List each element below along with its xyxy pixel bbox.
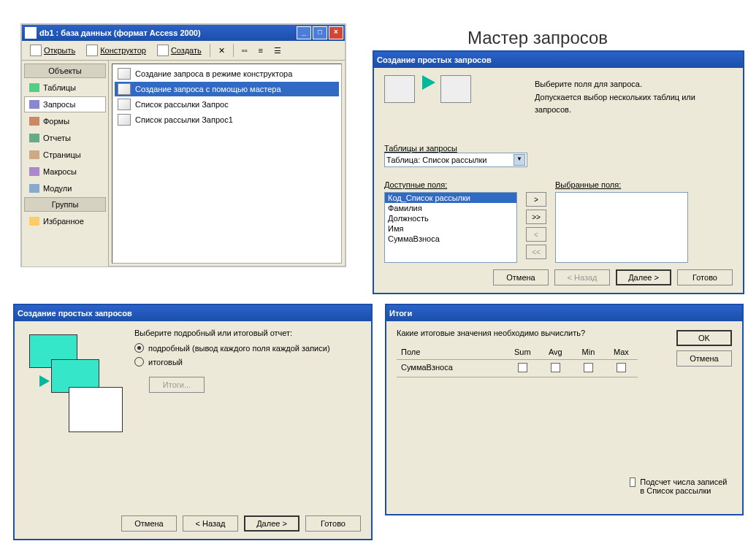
window-title: db1 : база данных (формат Access 2000) — [39, 28, 297, 37]
create-button[interactable]: Создать — [152, 42, 207, 58]
list-item[interactable]: Код_Список рассылки — [385, 193, 516, 203]
available-fields-list[interactable]: Код_Список рассылки Фамилия Должность Им… — [384, 192, 517, 263]
sidebar-item-favorites[interactable]: Избранное — [24, 213, 106, 229]
move-left-button[interactable]: < — [526, 227, 546, 242]
minimize-button[interactable]: _ — [297, 26, 311, 39]
dialog-title: Создание простых запросов — [377, 55, 741, 64]
wizard-icon — [118, 83, 131, 95]
sidebar-item-tables[interactable]: Таблицы — [24, 80, 106, 96]
radio-icon — [134, 343, 144, 353]
detail-radio[interactable]: подробный (вывод каждого поля каждой зап… — [134, 343, 361, 353]
sum-checkbox[interactable] — [518, 363, 527, 372]
cancel-button[interactable]: Отмена — [121, 515, 177, 532]
open-button[interactable]: Открыть — [25, 42, 80, 58]
table-combo[interactable]: Таблица: Список рассылки▼ — [384, 153, 527, 167]
wizard-graphic-icon — [440, 75, 471, 103]
finish-button[interactable]: Готово — [305, 515, 361, 532]
wizard-fields-dialog: Создание простых запросов Выберите поля … — [373, 50, 744, 294]
finish-button[interactable]: Готово — [677, 269, 733, 285]
col-field: Поле — [397, 345, 506, 359]
maximize-button[interactable]: □ — [313, 26, 327, 39]
list-item[interactable]: Должность — [385, 213, 516, 223]
sidebar: Объекты Таблицы Запросы Формы Отчеты Стр… — [22, 61, 109, 266]
wizard-summary-dialog: Создание простых запросов Выберите подро… — [13, 304, 373, 540]
back-button[interactable]: < Назад — [183, 515, 238, 532]
main-list: Создание запроса в режиме конструктора С… — [112, 64, 342, 264]
cancel-button[interactable]: Отмена — [493, 269, 549, 285]
new-icon — [157, 45, 169, 56]
toolbar: Открыть Конструктор Создать ✕ ▫▫ ≡ ☰ — [22, 41, 345, 61]
query-icon — [118, 99, 131, 110]
chevron-down-icon: ▼ — [514, 154, 525, 166]
sidebar-item-reports[interactable]: Отчеты — [24, 130, 106, 146]
close-button[interactable]: × — [329, 26, 343, 39]
col-sum: Sum — [506, 345, 539, 359]
small-icons-button[interactable]: ▫▫ — [237, 44, 253, 57]
totals-button[interactable]: Итоги... — [149, 377, 205, 393]
wizard-icon — [118, 68, 131, 80]
titlebar: db1 : база данных (формат Access 2000) _… — [22, 25, 345, 41]
cancel-button[interactable]: Отмена — [676, 350, 732, 367]
groups-header: Группы — [24, 197, 106, 212]
page-title: Мастер запросов — [468, 28, 608, 48]
db-window: db1 : база данных (формат Access 2000) _… — [20, 23, 346, 267]
list-item[interactable]: Фамилия — [385, 203, 516, 213]
list-item[interactable]: СуммаВзноса — [385, 234, 516, 244]
query-icon — [118, 114, 131, 126]
list-item[interactable]: Список рассылки Запрос1 — [115, 112, 339, 127]
col-max: Max — [605, 345, 638, 359]
table-row: СуммаВзноса — [397, 360, 638, 377]
move-all-right-button[interactable]: >> — [526, 210, 546, 224]
avg-checkbox[interactable] — [551, 363, 560, 372]
details-view-button[interactable]: ☰ — [269, 44, 286, 58]
sidebar-item-macros[interactable]: Макросы — [24, 164, 106, 180]
radio-icon — [134, 357, 144, 367]
list-view-button[interactable]: ≡ — [253, 44, 268, 57]
max-checkbox[interactable] — [617, 363, 626, 372]
count-records-checkbox[interactable]: Подсчет числа записей в Список рассылки — [630, 477, 732, 495]
open-icon — [30, 45, 42, 56]
dialog-title: Итоги — [389, 309, 741, 318]
design-button[interactable]: Конструктор — [81, 42, 151, 58]
back-button[interactable]: < Назад — [554, 269, 610, 285]
list-item[interactable]: Имя — [385, 223, 516, 234]
available-fields-label: Доступные поля: — [384, 180, 517, 189]
next-button[interactable]: Далее > — [244, 515, 299, 532]
dialog-title: Создание простых запросов — [18, 309, 370, 318]
design-icon — [86, 45, 98, 56]
db-icon — [25, 27, 37, 39]
list-item[interactable]: Создание запроса в режиме конструктора — [115, 66, 339, 81]
min-checkbox[interactable] — [584, 363, 593, 372]
totals-dialog: Итоги Какие итоговые значения необходимо… — [385, 304, 744, 515]
summary-radio[interactable]: итоговый — [134, 357, 361, 367]
sidebar-item-forms[interactable]: Формы — [24, 113, 106, 129]
list-item[interactable]: Создание запроса с помощью мастера — [115, 82, 339, 96]
arrow-icon — [39, 375, 50, 387]
move-right-button[interactable]: > — [526, 192, 546, 207]
delete-button[interactable]: ✕ — [213, 44, 230, 58]
objects-header: Объекты — [24, 64, 106, 78]
selected-fields-label: Выбранные поля: — [555, 180, 688, 189]
move-all-left-button[interactable]: << — [526, 245, 546, 259]
wizard-instructions: Выберите поля для запроса. Допускается в… — [535, 78, 733, 117]
count-label: Подсчет числа записей в Список рассылки — [640, 477, 732, 495]
checkbox-icon — [630, 477, 636, 487]
sidebar-item-pages[interactable]: Страницы — [24, 147, 106, 163]
wizard-graphic-icon — [384, 75, 415, 103]
arrow-icon — [422, 75, 435, 90]
sidebar-item-queries[interactable]: Запросы — [24, 96, 106, 112]
ok-button[interactable]: OK — [676, 330, 732, 346]
col-avg: Avg — [539, 345, 572, 359]
wizard-heading: Выберите подробный или итоговый отчет: — [134, 329, 361, 337]
col-min: Min — [572, 345, 605, 359]
tables-label: Таблицы и запросы — [384, 144, 733, 153]
preview-graphic — [25, 329, 127, 438]
sidebar-item-modules[interactable]: Модули — [24, 180, 106, 196]
selected-fields-list[interactable] — [555, 192, 688, 263]
next-button[interactable]: Далее > — [616, 269, 671, 285]
list-item[interactable]: Список рассылки Запрос — [115, 97, 339, 112]
